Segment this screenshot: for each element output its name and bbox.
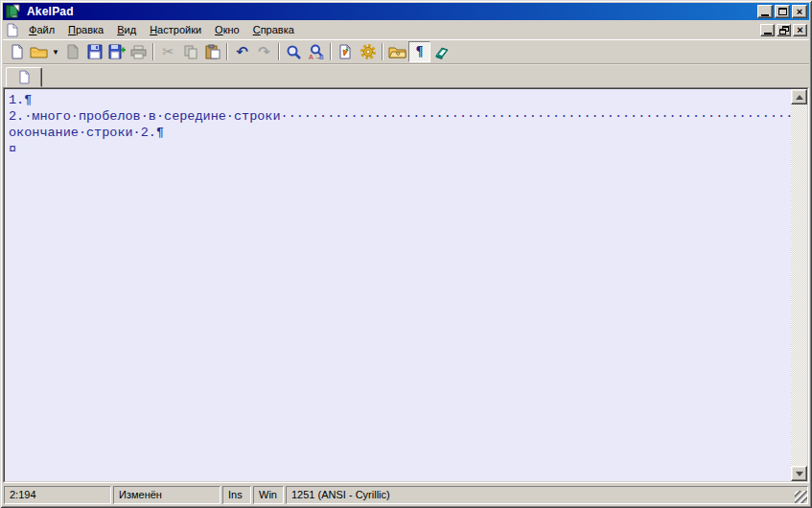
toolbar: ▾ xyxy=(3,39,809,64)
scroll-up-button[interactable] xyxy=(791,89,807,104)
status-line-ending: Win xyxy=(253,486,284,504)
folder-plugin-icon xyxy=(388,45,406,59)
new-file-button[interactable] xyxy=(6,41,28,62)
svg-text:B: B xyxy=(319,54,324,60)
cut-button: ✂ xyxy=(157,41,179,62)
redo-button: ↷ xyxy=(253,41,275,62)
show-invisible-chars-button[interactable]: ¶ xyxy=(408,41,430,62)
settings-button[interactable] xyxy=(357,41,379,62)
status-caret-position: 2:194 xyxy=(4,486,111,504)
toolbar-separator xyxy=(382,43,383,60)
minimize-button[interactable] xyxy=(757,5,773,18)
status-bar: 2:194 Изменён Ins Win 1251 (ANSI - Cyril… xyxy=(3,485,809,505)
toolbar-separator xyxy=(278,43,280,60)
cut-icon: ✂ xyxy=(162,45,174,59)
close-icon: × xyxy=(797,7,802,17)
menu-help[interactable]: Справка xyxy=(246,22,301,38)
pilcrow-icon: ¶ xyxy=(416,45,424,58)
editor-line-4: ¤ xyxy=(9,141,791,157)
menu-view[interactable]: Вид xyxy=(110,22,143,38)
window-title: AkelPad xyxy=(27,5,754,18)
menu-edit[interactable]: Правка xyxy=(61,22,110,38)
mdi-minimize-button[interactable] xyxy=(760,24,775,36)
redo-icon: ↷ xyxy=(258,45,270,59)
app-logo-icon xyxy=(6,4,21,19)
print-icon xyxy=(130,44,147,59)
book-icon xyxy=(433,44,451,60)
save-file-as-button[interactable] xyxy=(105,41,128,62)
paste-button[interactable] xyxy=(201,41,223,62)
mdi-close-icon: × xyxy=(797,25,802,35)
editor-line-1: 1.¶ xyxy=(9,92,791,108)
editor-line-2: 2.·много·пробелов·в·середине·строки·····… xyxy=(9,108,791,125)
mdi-restore-button[interactable] xyxy=(777,24,791,36)
open-file-button[interactable] xyxy=(28,41,50,62)
book-button[interactable] xyxy=(430,41,452,62)
editor-text-area[interactable]: 1.¶ 2.·много·пробелов·в·середине·строки·… xyxy=(5,89,791,481)
editor-frame: 1.¶ 2.·много·пробелов·в·середине·строки·… xyxy=(3,87,809,483)
toolbar-separator xyxy=(330,43,332,60)
open-folder-icon xyxy=(30,45,48,59)
scrollbar-track[interactable] xyxy=(791,104,807,466)
close-button[interactable]: × xyxy=(792,5,807,18)
find-button[interactable] xyxy=(283,41,305,62)
gear-icon xyxy=(360,43,377,60)
reopen-file-icon xyxy=(65,44,81,59)
save-as-icon xyxy=(108,44,126,59)
status-encoding-label: 1251 (ANSI - Cyrillic) xyxy=(291,489,390,500)
document-system-menu-icon[interactable] xyxy=(6,23,19,37)
undo-icon: ↶ xyxy=(236,45,248,59)
menu-window[interactable]: Окно xyxy=(208,22,246,38)
open-file-dropdown-button[interactable]: ▾ xyxy=(50,41,61,62)
svg-text:A: A xyxy=(309,54,313,60)
color-theme-button[interactable] xyxy=(335,41,357,62)
title-bar[interactable]: AkelPad × xyxy=(3,3,809,20)
akelpad-window: AkelPad × Файл Правка Вид Настройки Окно… xyxy=(0,0,812,508)
editor-frame-inner: 1.¶ 2.·много·пробелов·в·середине·строки·… xyxy=(4,88,808,482)
minimize-icon xyxy=(761,14,769,16)
copy-icon xyxy=(183,44,198,59)
color-theme-icon xyxy=(338,44,353,59)
dropdown-arrow-icon: ▾ xyxy=(54,48,58,57)
save-icon xyxy=(87,44,103,59)
maximize-button[interactable] xyxy=(775,5,790,18)
find-icon xyxy=(286,44,302,60)
save-file-button[interactable] xyxy=(83,41,105,62)
arrow-up-icon xyxy=(796,91,803,100)
folder-plugin-button[interactable] xyxy=(386,41,408,62)
menu-settings[interactable]: Настройки xyxy=(143,22,208,38)
tab-document-1[interactable] xyxy=(6,67,42,87)
tab-bar xyxy=(3,64,809,87)
replace-button[interactable]: A → B xyxy=(305,41,327,62)
replace-icon: A → B xyxy=(308,44,324,60)
resize-grip[interactable] xyxy=(795,491,807,503)
menu-file[interactable]: Файл xyxy=(22,22,61,38)
vertical-scrollbar[interactable] xyxy=(791,89,807,481)
status-encoding: 1251 (ANSI - Cyrillic) xyxy=(286,486,808,504)
print-button xyxy=(128,41,150,62)
reopen-file-button xyxy=(61,41,83,62)
maximize-icon xyxy=(778,8,787,15)
mdi-close-button[interactable]: × xyxy=(793,24,807,36)
toolbar-separator xyxy=(152,43,154,60)
editor-line-3: окончание·строки·2.¶ xyxy=(9,125,791,141)
arrow-down-icon xyxy=(796,472,803,480)
toolbar-separator xyxy=(226,43,228,60)
paste-icon xyxy=(205,44,220,59)
mdi-minimize-icon xyxy=(764,33,772,35)
new-file-icon xyxy=(10,44,25,59)
status-insert-mode: Ins xyxy=(222,486,251,504)
document-icon xyxy=(18,70,31,84)
undo-button[interactable]: ↶ xyxy=(231,41,253,62)
copy-button xyxy=(179,41,201,62)
mdi-restore-icon xyxy=(779,26,789,35)
scroll-down-button[interactable] xyxy=(791,466,807,481)
menu-bar: Файл Правка Вид Настройки Окно Справка × xyxy=(3,20,809,39)
status-modified: Изменён xyxy=(113,486,220,504)
